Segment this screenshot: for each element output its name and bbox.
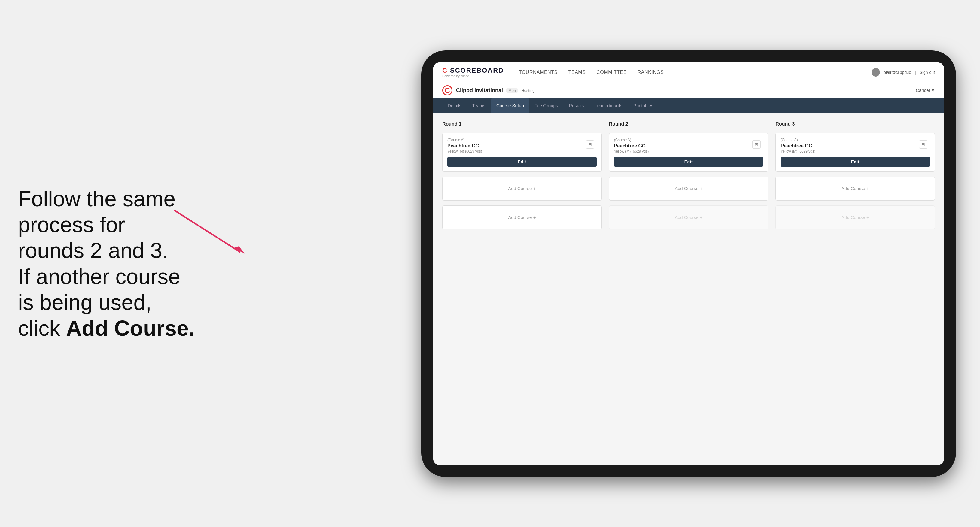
page-wrapper: Follow the same process for rounds 2 and… <box>0 0 980 527</box>
round-2-course-card: (Course A) Peachtree GC Yellow (M) (6629… <box>609 133 768 172</box>
round-2-column: Round 2 (Course A) Peachtree GC Yellow (… <box>609 121 768 229</box>
logo-sub: Powered by clippd <box>442 75 504 78</box>
tab-course-setup[interactable]: Course Setup <box>491 98 529 113</box>
round-3-course-label: (Course A) <box>781 138 930 142</box>
course-card-inner: (Course A) Peachtree GC Yellow (M) (6629… <box>447 138 597 167</box>
nav-rankings[interactable]: RANKINGS <box>638 70 664 75</box>
nav-links: TOURNAMENTS TEAMS COMMITTEE RANKINGS <box>519 70 872 75</box>
nav-tournaments[interactable]: TOURNAMENTS <box>519 70 558 75</box>
nav-committee[interactable]: COMMITTEE <box>597 70 627 75</box>
logo-title: C SCOREBOARD <box>442 67 504 74</box>
sub-header-hosting: Hosting <box>521 88 535 93</box>
sub-header-title: Clippd Invitational <box>456 87 503 94</box>
nav-right: blair@clippd.io | Sign out <box>872 68 935 76</box>
tab-results[interactable]: Results <box>563 98 589 113</box>
main-content: Round 1 (Course A) Peachtree GC Yellow (… <box>433 113 944 465</box>
nav-separator: | <box>915 70 916 75</box>
logo-text: SCOREBOARD <box>450 67 504 74</box>
round-1-course-name: Peachtree GC <box>447 143 597 149</box>
tab-details[interactable]: Details <box>442 98 467 113</box>
round-3-course-card: (Course A) Peachtree GC Yellow (M) (6629… <box>775 133 935 172</box>
round-3-course-info: Yellow (M) (6629 yds) <box>781 149 930 154</box>
round-1-title: Round 1 <box>442 121 602 127</box>
round-1-add-course-1[interactable]: Add Course + <box>442 176 602 201</box>
tab-bar: Details Teams Course Setup Tee Groups Re… <box>433 98 944 113</box>
round-1-course-info: Yellow (M) (6629 yds) <box>447 149 597 154</box>
instruction-line1: Follow the same <box>18 186 175 211</box>
round-1-course-label: (Course A) <box>447 138 597 142</box>
round-1-add-course-1-text: Add Course + <box>508 186 536 191</box>
round-2-add-course-2-text: Add Course + <box>675 215 702 220</box>
round-1-add-course-2-text: Add Course + <box>508 215 536 220</box>
tab-leaderboards[interactable]: Leaderboards <box>589 98 628 113</box>
round-1-delete-button[interactable]: ⊟ <box>586 140 594 149</box>
instruction-line6-prefix: click <box>18 316 66 340</box>
round-3-course-name: Peachtree GC <box>781 143 930 149</box>
round-2-course-info: Yellow (M) (6629 yds) <box>614 149 764 154</box>
round-1-add-course-2[interactable]: Add Course + <box>442 205 602 229</box>
round-2-course-label: (Course A) <box>614 138 764 142</box>
round-2-course-name: Peachtree GC <box>614 143 764 149</box>
instruction-line6-bold: Add Course. <box>66 316 195 340</box>
tab-teams[interactable]: Teams <box>467 98 491 113</box>
round-3-add-course-1-text: Add Course + <box>842 186 869 191</box>
svg-marker-1 <box>234 246 245 254</box>
round-3-add-course-2-text: Add Course + <box>842 215 869 220</box>
rounds-grid: Round 1 (Course A) Peachtree GC Yellow (… <box>442 121 935 229</box>
round-3-add-course-2: Add Course + <box>775 205 935 229</box>
sub-header-badge: Men <box>506 88 518 94</box>
cancel-button[interactable]: Cancel ✕ <box>916 88 935 93</box>
sign-out-link[interactable]: Sign out <box>920 70 935 75</box>
instruction-line5: is being used, <box>18 290 151 314</box>
round-3-title: Round 3 <box>775 121 935 127</box>
sub-header: C Clippd Invitational Men Hosting Cancel… <box>433 83 944 98</box>
round-2-add-course-1-text: Add Course + <box>675 186 702 191</box>
tablet-frame: C SCOREBOARD Powered by clippd TOURNAMEN… <box>421 51 956 477</box>
course-card-inner-3: (Course A) Peachtree GC Yellow (M) (6629… <box>781 138 930 167</box>
logo-c-letter: C <box>442 67 448 74</box>
course-card-inner-2: (Course A) Peachtree GC Yellow (M) (6629… <box>614 138 764 167</box>
tab-printables[interactable]: Printables <box>628 98 659 113</box>
instruction-line4: If another course <box>18 265 180 289</box>
round-3-column: Round 3 (Course A) Peachtree GC Yellow (… <box>775 121 935 229</box>
round-2-add-course-1[interactable]: Add Course + <box>609 176 768 201</box>
nav-teams[interactable]: TEAMS <box>568 70 586 75</box>
user-email: blair@clippd.io <box>884 70 911 75</box>
instruction-line3: rounds 2 and 3. <box>18 238 168 262</box>
round-1-column: Round 1 (Course A) Peachtree GC Yellow (… <box>442 121 602 229</box>
round-1-edit-button[interactable]: Edit <box>447 157 597 167</box>
round-2-edit-button[interactable]: Edit <box>614 157 764 167</box>
tablet-screen: C SCOREBOARD Powered by clippd TOURNAMEN… <box>433 62 944 465</box>
tab-tee-groups[interactable]: Tee Groups <box>529 98 563 113</box>
round-2-delete-button[interactable]: ⊟ <box>752 140 761 149</box>
round-2-add-course-2: Add Course + <box>609 205 768 229</box>
user-avatar <box>872 68 880 76</box>
top-nav: C SCOREBOARD Powered by clippd TOURNAMEN… <box>433 62 944 83</box>
round-3-add-course-1[interactable]: Add Course + <box>775 176 935 201</box>
instruction-text: Follow the same process for rounds 2 and… <box>18 186 204 341</box>
instruction-line2: process for <box>18 213 125 237</box>
round-3-delete-button[interactable]: ⊟ <box>919 140 928 149</box>
round-2-title: Round 2 <box>609 121 768 127</box>
sub-header-logo: C <box>442 85 452 95</box>
round-1-course-card: (Course A) Peachtree GC Yellow (M) (6629… <box>442 133 602 172</box>
logo-area: C SCOREBOARD Powered by clippd <box>442 67 504 78</box>
round-3-edit-button[interactable]: Edit <box>781 157 930 167</box>
